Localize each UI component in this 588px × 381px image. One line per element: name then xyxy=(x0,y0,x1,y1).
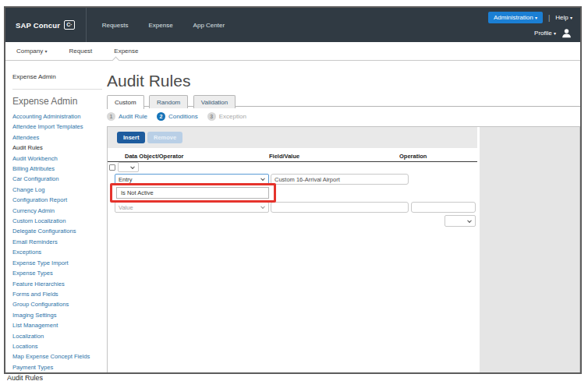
sidebar-item-group-configurations[interactable]: Group Configurations xyxy=(12,299,107,309)
operator-option-is-not-active[interactable]: Is Not Active xyxy=(116,187,269,199)
help-label: Help xyxy=(555,14,568,21)
sidebar-item-imaging-settings[interactable]: Imaging Settings xyxy=(12,310,107,320)
logo-text: SAP Concur xyxy=(16,21,60,30)
chevron-down-icon xyxy=(260,204,265,209)
sidebar-item-billing-attributes[interactable]: Billing Attributes xyxy=(12,164,107,174)
subnav-expense[interactable]: Expense xyxy=(114,48,138,55)
sap-concur-logo: SAP Concur C· xyxy=(5,8,87,42)
nav-item-requests[interactable]: Requests xyxy=(102,22,129,29)
sidebar-item-custom-localization[interactable]: Custom Localization xyxy=(12,216,107,226)
sidebar-item-car-configuration[interactable]: Car Configuration xyxy=(12,174,107,184)
help-menu-button[interactable]: Help ▾ xyxy=(555,14,572,21)
sidebar-item-attendees[interactable]: Attendees xyxy=(12,132,107,143)
insert-button[interactable]: Insert xyxy=(117,132,145,143)
nav-item-app-center[interactable]: App Center xyxy=(193,22,225,29)
subnav-company-menu[interactable]: Company ▾ xyxy=(16,48,48,55)
sidebar-item-change-log[interactable]: Change Log xyxy=(12,185,107,195)
nav-item-expense[interactable]: Expense xyxy=(148,22,172,29)
sidebar-item-exceptions[interactable]: Exceptions xyxy=(12,247,107,257)
admin-sub-nav: Company ▾ Request Expense xyxy=(5,42,580,61)
tab-validation[interactable]: Validation xyxy=(193,95,236,108)
sidebar-item-locations[interactable]: Locations xyxy=(12,341,107,351)
sidebar-item-forms-and-fields[interactable]: Forms and Fields xyxy=(12,289,107,299)
sidebar-item-list-management[interactable]: List Management xyxy=(12,320,107,330)
chevron-down-icon xyxy=(260,176,265,181)
step-label: Audit Rule xyxy=(119,113,147,120)
app-window: SAP Concur C· Requests Expense App Cente… xyxy=(4,6,582,374)
sidebar: Expense Admin Expense Admin Accounting A… xyxy=(5,61,107,372)
sidebar-divider xyxy=(12,89,102,90)
sidebar-context-label: Expense Admin xyxy=(12,73,107,80)
clipped-caption-text: Audit Rules xyxy=(7,375,43,380)
chevron-down-icon: ▾ xyxy=(44,49,47,54)
operation-input-empty[interactable] xyxy=(411,202,476,213)
wizard-steps: 1 Audit Rule 2 Conditions 3 Exception xyxy=(107,111,580,122)
avatar-icon[interactable] xyxy=(561,27,572,39)
chevron-down-icon: ▾ xyxy=(570,16,572,20)
subnav-request[interactable]: Request xyxy=(69,48,93,55)
sidebar-item-feature-hierarchies[interactable]: Feature Hierarchies xyxy=(12,279,107,289)
sidebar-item-expense-types[interactable]: Expense Types xyxy=(12,268,107,278)
select-value: Value xyxy=(119,204,133,211)
sidebar-item-delegate-configurations[interactable]: Delegate Configurations xyxy=(12,226,107,236)
data-object-select[interactable]: Entry xyxy=(115,174,269,185)
value-select-disabled[interactable]: Value xyxy=(115,202,269,213)
conditions-editor: Insert Remove Data Object/Operator Field… xyxy=(108,127,477,372)
step-exception[interactable]: 3 Exception xyxy=(207,112,246,121)
sidebar-item-email-reminders[interactable]: Email Reminders xyxy=(12,237,107,247)
tab-random[interactable]: Random xyxy=(149,95,188,108)
operation-select[interactable] xyxy=(445,215,476,227)
column-header-operation: Operation xyxy=(399,153,427,160)
tab-custom[interactable]: Custom xyxy=(107,95,144,109)
profile-menu-button[interactable]: Profile ▾ xyxy=(534,30,556,37)
top-nav-bar: SAP Concur C· Requests Expense App Cente… xyxy=(5,8,580,42)
column-header-field-value: Field/Value xyxy=(269,153,299,160)
panel-empty-region xyxy=(480,127,579,372)
step-label: Conditions xyxy=(168,113,198,120)
concur-logo-badge-icon: C· xyxy=(64,20,74,30)
sidebar-heading: Expense Admin xyxy=(12,96,107,107)
sidebar-item-audit-workbench[interactable]: Audit Workbench xyxy=(12,153,107,164)
step-conditions[interactable]: 2 Conditions xyxy=(157,112,198,121)
sidebar-item-currency-admin[interactable]: Currency Admin xyxy=(12,206,107,216)
operator-select-row1[interactable] xyxy=(118,162,139,172)
chevron-down-icon xyxy=(467,218,472,223)
sidebar-item-audit-rules[interactable]: Audit Rules xyxy=(12,143,107,153)
step-number-badge: 1 xyxy=(107,112,115,121)
divider: | xyxy=(548,14,550,22)
chevron-down-icon: ▾ xyxy=(554,31,556,36)
tab-bar: Custom Random Validation xyxy=(107,93,580,107)
header-underline xyxy=(108,161,477,162)
page-title: Audit Rules xyxy=(107,72,580,90)
step-number-badge: 3 xyxy=(207,112,216,121)
chevron-down-icon: ▾ xyxy=(535,16,537,20)
top-bar-right-controls: Administration ▾ | Help ▾ Profile ▾ xyxy=(488,12,572,39)
sidebar-item-attendee-import-templates[interactable]: Attendee Import Templates xyxy=(12,122,107,132)
field-value-input-empty[interactable] xyxy=(271,202,409,213)
profile-label: Profile xyxy=(534,30,552,37)
step-audit-rule[interactable]: 1 Audit Rule xyxy=(107,112,147,121)
administration-menu-button[interactable]: Administration ▾ xyxy=(488,12,543,23)
sidebar-item-map-expense-concept-fields[interactable]: Map Expense Concept Fields xyxy=(12,351,107,362)
main-panel: Audit Rules Custom Random Validation 1 A… xyxy=(107,61,580,372)
sidebar-item-payment-types[interactable]: Payment Types xyxy=(12,362,107,372)
column-header-data-object-operator: Data Object/Operator xyxy=(125,153,183,160)
step-label: Exception xyxy=(219,113,246,120)
row-select-checkbox[interactable] xyxy=(109,164,115,171)
sidebar-item-expense-type-import[interactable]: Expense Type Import xyxy=(12,258,107,268)
chevron-down-icon xyxy=(130,164,135,169)
top-nav-links: Requests Expense App Center xyxy=(87,22,225,29)
field-value-input[interactable]: Custom 16-Arrival Airport xyxy=(271,174,409,185)
sidebar-item-accounting-administration[interactable]: Accounting Administration xyxy=(12,111,107,122)
select-value: Entry xyxy=(119,176,133,183)
step-number-badge: 2 xyxy=(157,112,165,121)
administration-label: Administration xyxy=(494,14,533,21)
conditions-panel: Insert Remove Data Object/Operator Field… xyxy=(107,126,580,372)
sidebar-menu: Accounting Administration Attendee Impor… xyxy=(12,111,107,372)
sidebar-item-configuration-report[interactable]: Configuration Report xyxy=(12,195,107,205)
remove-button[interactable]: Remove xyxy=(147,132,182,143)
content-area: Expense Admin Expense Admin Accounting A… xyxy=(5,61,580,372)
company-label: Company xyxy=(16,48,43,55)
sidebar-item-localization[interactable]: Localization xyxy=(12,331,107,341)
